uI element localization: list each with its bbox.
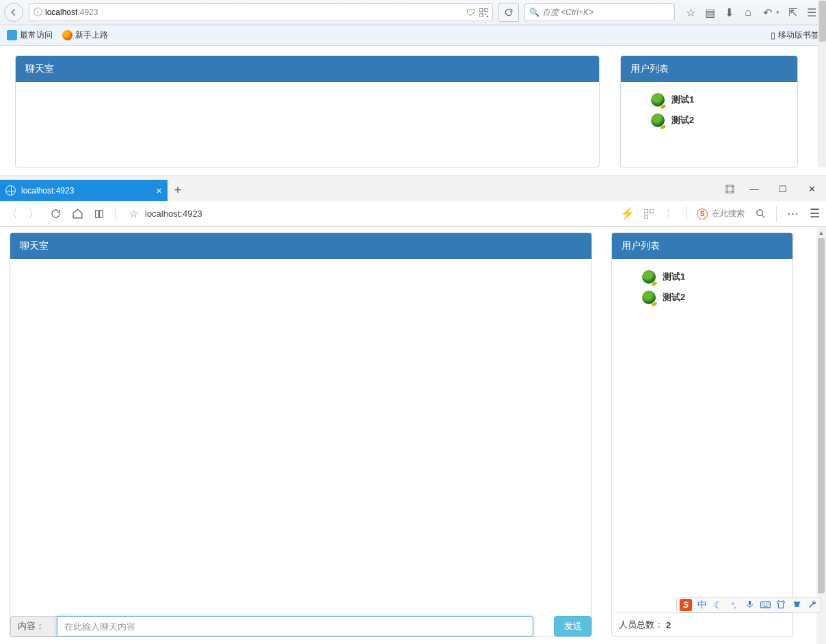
favorite-icon[interactable]: ☆ (129, 208, 138, 220)
svg-point-8 (756, 210, 762, 216)
edge-window: localhost:4923 × + — ☐ ✕ 〈 〉 ☆ localhost… (0, 175, 826, 644)
page-content-2: 聊天室 内容： 发送 用户列表 测试1 测试2 人员总数： (0, 227, 816, 644)
chat-messages (10, 259, 591, 608)
svg-rect-0 (479, 8, 483, 12)
back-button[interactable]: 〈 (5, 206, 18, 222)
total-label: 人员总数： (619, 619, 663, 631)
edge-titlebar: localhost:4923 × + — ☐ ✕ (0, 176, 826, 201)
download-icon[interactable]: ⬇ (723, 6, 735, 18)
address-bar[interactable]: ⓘ localhost:4923 🛡 (29, 3, 493, 21)
more-icon[interactable]: ⋯ (786, 206, 799, 221)
punctuation-icon[interactable]: °, (728, 602, 739, 609)
moon-icon[interactable]: ☾ (712, 600, 723, 611)
new-tab-button[interactable]: + (168, 180, 188, 201)
scroll-up-icon[interactable]: ▲ (816, 227, 826, 238)
wrench-icon[interactable] (807, 600, 818, 611)
home-button[interactable] (71, 208, 83, 219)
user-name: 测试2 (663, 291, 685, 304)
close-tab-icon[interactable]: × (156, 185, 162, 196)
svg-rect-3 (485, 14, 486, 15)
avatar-icon (642, 291, 656, 304)
sogou-ime-icon[interactable]: S (680, 599, 692, 611)
home-icon[interactable]: ⌂ (742, 6, 754, 18)
undo-icon[interactable]: ↶ (761, 6, 773, 18)
undo-dropdown-icon[interactable]: ▾ (776, 9, 780, 16)
mobile-bookmarks[interactable]: ▯ 移动版书签 (771, 29, 819, 41)
edge-toolbar: 〈 〉 ☆ localhost:4923 ⚡ 〉 S 在此搜索 (0, 201, 826, 227)
search-box[interactable]: S 在此搜索 (697, 208, 745, 219)
qr-icon[interactable] (643, 209, 655, 219)
svg-rect-10 (760, 602, 770, 608)
globe-icon (5, 185, 16, 196)
extension-icon[interactable] (719, 179, 740, 198)
user-name: 测试1 (663, 271, 685, 283)
url-text: localhost:4923 (145, 209, 202, 219)
forward-button[interactable]: 〉 (27, 206, 40, 222)
reload-button[interactable] (498, 3, 519, 22)
firefox-toolbar: ⓘ localhost:4923 🛡 🔍 百度 <Ctrl+K> ☆ ▤ ⬇ ⌂… (0, 0, 826, 25)
search-icon[interactable] (754, 209, 767, 219)
menu-icon[interactable]: ☰ (808, 206, 821, 221)
globe-icon: ⓘ (34, 6, 42, 18)
library-icon[interactable]: ▤ (704, 6, 716, 18)
user-item[interactable]: 测试2 (651, 113, 797, 127)
chevron-right-icon[interactable]: 〉 (665, 206, 677, 222)
ime-toolbar[interactable]: S 中 ☾ °, (676, 598, 821, 613)
bookmark-star-icon[interactable]: ☆ (684, 6, 697, 18)
shield-icon[interactable]: 🛡 (466, 8, 475, 18)
scrollbar-thumb[interactable] (818, 238, 825, 593)
qr-icon[interactable] (479, 8, 488, 17)
chat-panel-header: 聊天室 (10, 233, 591, 259)
svg-rect-1 (485, 8, 488, 12)
maximize-button[interactable]: ☐ (769, 179, 797, 198)
pin-icon[interactable]: ⇱ (786, 6, 799, 18)
scrollbar[interactable] (818, 0, 826, 167)
scrollbar-thumb[interactable] (819, 1, 826, 42)
minimize-button[interactable]: — (740, 179, 769, 198)
search-bar[interactable]: 🔍 百度 <Ctrl+K> (524, 3, 675, 21)
reader-icon[interactable] (93, 209, 105, 219)
sogou-icon: S (697, 209, 708, 219)
reload-button[interactable] (49, 208, 62, 219)
back-button[interactable] (4, 3, 23, 22)
user-item[interactable]: 测试1 (642, 270, 792, 284)
address-bar[interactable]: ☆ localhost:4923 (129, 208, 202, 220)
user-item[interactable]: 测试2 (642, 291, 792, 304)
ime-lang[interactable]: 中 (697, 599, 708, 611)
user-name: 测试2 (671, 114, 694, 126)
scrollbar[interactable]: ▲ (816, 227, 826, 644)
chat-panel: 聊天室 内容： 发送 (10, 232, 592, 637)
bookmark-most-visited[interactable]: 最常访问 (7, 29, 53, 41)
mic-icon[interactable] (744, 600, 755, 611)
bookmark-getting-started[interactable]: 新手上路 (62, 29, 108, 41)
chat-panel-header: 聊天室 (16, 56, 599, 82)
browser-tab[interactable]: localhost:4923 × (0, 180, 168, 201)
phone-icon: ▯ (771, 30, 775, 40)
bookmarks-bar: 最常访问 新手上路 ▯ 移动版书签 (0, 25, 826, 46)
chat-input[interactable] (57, 616, 533, 636)
menu-icon[interactable]: ☰ (805, 6, 818, 18)
svg-rect-7 (644, 215, 648, 218)
user-item[interactable]: 测试1 (651, 93, 797, 107)
search-placeholder: 百度 <Ctrl+K> (542, 7, 594, 18)
close-window-button[interactable]: ✕ (797, 179, 826, 198)
url-port: :4923 (77, 8, 98, 17)
send-button[interactable]: 发送 (554, 616, 591, 636)
chat-panel: 聊天室 (15, 55, 600, 167)
search-placeholder: 在此搜索 (712, 208, 745, 219)
content-label: 内容： (10, 616, 57, 636)
keyboard-icon[interactable] (760, 600, 771, 611)
svg-rect-4 (487, 16, 488, 17)
svg-rect-6 (650, 209, 654, 213)
shirt-icon[interactable] (791, 600, 802, 611)
firefox-icon (62, 30, 72, 40)
skin-icon[interactable] (775, 600, 786, 611)
chat-input-row: 内容： 发送 (10, 616, 591, 636)
flash-icon[interactable]: ⚡ (621, 206, 633, 221)
users-panel-header: 用户列表 (612, 233, 792, 259)
svg-rect-2 (479, 14, 483, 17)
toolbar-icons: ☆ ▤ ⬇ ⌂ ↶ ▾ ⇱ ☰ (684, 6, 818, 18)
users-panel-header: 用户列表 (621, 56, 797, 82)
avatar-icon (642, 270, 656, 284)
user-list: 测试1 测试2 (612, 259, 792, 311)
